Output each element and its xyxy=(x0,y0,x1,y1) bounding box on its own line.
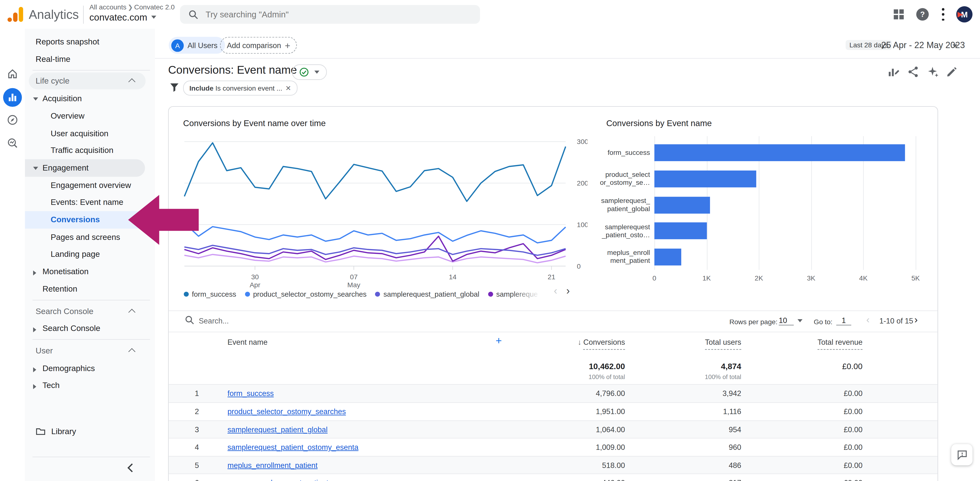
sidebar-item-real-time[interactable]: Real-time xyxy=(25,51,145,68)
sidebar-item-acquisition[interactable]: Acquisition xyxy=(25,90,145,108)
feedback-button[interactable] xyxy=(951,444,972,465)
totals-users: 4,874 xyxy=(654,362,741,371)
page-range-label: 1-10 of 15 xyxy=(880,317,913,325)
explore-icon[interactable] xyxy=(7,114,18,125)
caret-down-icon[interactable] xyxy=(33,98,38,101)
insights-icon[interactable] xyxy=(926,65,939,79)
legend-next-icon[interactable]: › xyxy=(566,285,570,297)
table-row[interactable]: 2product_selector_ostomy_searches1,951.0… xyxy=(169,402,937,420)
x-axis-label: Apr xyxy=(250,281,260,289)
column-header-total-users[interactable]: Total users xyxy=(654,338,741,347)
table-row[interactable]: 3samplerequest_patient_global1,064.00954… xyxy=(169,420,937,438)
help-icon[interactable]: ? xyxy=(916,8,929,21)
sidebar-item-engagement-overview[interactable]: Engagement overview xyxy=(25,176,145,194)
global-search-input[interactable] xyxy=(204,9,444,19)
caret-down-icon[interactable] xyxy=(797,319,803,322)
bar-form_success[interactable] xyxy=(654,144,905,161)
global-search[interactable] xyxy=(180,5,480,24)
bar-product_selector_ostomy_searches[interactable] xyxy=(654,171,756,187)
sidebar-item-overview[interactable]: Overview xyxy=(25,107,145,125)
breadcrumb[interactable]: All accounts❯Convatec 2.0 xyxy=(89,3,175,11)
legend-prev-icon[interactable]: ‹ xyxy=(554,285,557,297)
event-name-link[interactable]: samplerequest_patient_ostomy_esenta xyxy=(228,438,358,456)
report-status-badge[interactable] xyxy=(292,64,327,80)
caret-right-icon[interactable] xyxy=(33,367,36,372)
sidebar-item-demographics[interactable]: Demographics xyxy=(25,359,145,377)
legend-item-product_selector_ostomy_searches[interactable]: product_selector_ostomy_searches xyxy=(245,289,366,300)
home-icon[interactable] xyxy=(7,68,18,79)
column-header-event-name[interactable]: Event name xyxy=(228,338,267,347)
chevron-up-icon[interactable] xyxy=(128,78,135,86)
event-name-link[interactable]: form_success xyxy=(228,385,274,403)
chevron-up-icon[interactable] xyxy=(128,308,135,316)
column-header-conversions[interactable]: ↓Conversions xyxy=(538,338,625,347)
filter-chip[interactable]: Include Is conversion event ... ✕ xyxy=(183,81,298,96)
caret-right-icon[interactable] xyxy=(33,327,36,332)
share-icon[interactable] xyxy=(906,65,920,79)
bar-samplerequest_patient_ostomy_esenta[interactable] xyxy=(654,222,707,240)
reports-icon[interactable] xyxy=(3,88,22,107)
breadcrumb-all-accounts[interactable]: All accounts xyxy=(89,3,126,11)
sidebar-item-search-console[interactable]: Search Console xyxy=(25,320,145,337)
sidebar-item-traffic-acquisition[interactable]: Traffic acquisition xyxy=(25,142,145,159)
logo-bar-short xyxy=(13,13,18,22)
page-next-icon[interactable]: › xyxy=(915,314,918,325)
chevron-up-icon[interactable] xyxy=(128,348,135,355)
event-name-link[interactable]: samplerequest_patient_global xyxy=(228,421,328,439)
sidebar-section-life-cycle[interactable]: Life cycle xyxy=(29,73,146,90)
rows-per-page-select[interactable]: 10 xyxy=(779,316,794,325)
customize-report-icon[interactable] xyxy=(887,65,901,79)
column-header-total-revenue[interactable]: Total revenue xyxy=(775,338,862,347)
caret-down-icon[interactable] xyxy=(33,167,38,170)
logo-dot xyxy=(8,17,12,22)
sidebar-item-label: Landing page xyxy=(51,246,100,263)
line-series-meplus_enrollment_patient xyxy=(185,254,566,263)
sidebar-item-retention[interactable]: Retention xyxy=(25,280,145,298)
sidebar-item-label: Search Console xyxy=(43,320,100,337)
go-to-input[interactable]: 1 xyxy=(836,316,851,325)
sidebar-item-user-acquisition[interactable]: User acquisition xyxy=(25,125,145,142)
legend-item-form_success[interactable]: form_success xyxy=(184,289,236,300)
sidebar-item-pages-and-screens[interactable]: Pages and screens xyxy=(25,228,145,246)
event-name-link[interactable]: product_selector_ostomy_searches xyxy=(228,403,346,421)
add-comparison-chip[interactable]: Add comparison + xyxy=(220,37,297,54)
sidebar-item-monetisation[interactable]: Monetisation xyxy=(25,263,145,281)
sidebar-item-conversions[interactable]: Conversions xyxy=(25,211,145,229)
cell-total-users: 3,942 xyxy=(654,385,741,403)
property-selector[interactable]: convatec.com xyxy=(89,12,156,22)
sidebar-item-library[interactable]: Library xyxy=(25,423,145,440)
kebab-menu-icon[interactable] xyxy=(942,8,944,21)
sidebar-item-events-event-name[interactable]: Events: Event name xyxy=(25,194,145,211)
event-name-link[interactable]: meplus_enrollment_patient xyxy=(228,456,318,474)
table-row[interactable]: 4samplerequest_patient_ostomy_esenta1,00… xyxy=(169,438,937,456)
sidebar-item-engagement[interactable]: Engagement xyxy=(25,159,145,176)
table-row[interactable]: 5meplus_enrollment_patient518.00486£0.00 xyxy=(169,456,937,474)
sidebar-item-landing-page[interactable]: Landing page xyxy=(25,246,145,263)
sidebar-item-tech[interactable]: Tech xyxy=(25,377,145,394)
sidebar-item-reports-snapshot[interactable]: Reports snapshot xyxy=(25,33,145,51)
bar-meplus_enrollment_patient[interactable] xyxy=(654,248,681,265)
bar-x-axis-label: 0 xyxy=(642,274,667,282)
bar-samplerequest_patient_global[interactable] xyxy=(654,197,710,213)
collapse-sidebar-button[interactable] xyxy=(129,465,135,471)
sidebar-section-user[interactable]: User xyxy=(25,342,146,359)
edit-report-icon[interactable] xyxy=(945,65,959,79)
table-row[interactable]: 1form_success4,796.003,942£0.00 xyxy=(169,384,937,402)
cell-conversions: 1,951.00 xyxy=(538,403,625,421)
advertising-icon[interactable] xyxy=(7,138,18,149)
analytics-logo-icon[interactable] xyxy=(8,7,24,22)
apps-grid-icon[interactable] xyxy=(894,10,904,19)
event-name-link[interactable]: popup_samplerequest_patient xyxy=(228,474,328,481)
table-row[interactable]: 6popup_samplerequest_patient446.00217£0.… xyxy=(169,474,937,481)
add-column-button[interactable]: + xyxy=(496,335,502,348)
page-prev-icon[interactable]: ‹ xyxy=(866,314,870,325)
caret-right-icon[interactable] xyxy=(33,271,36,276)
table-search-input[interactable]: Search... xyxy=(199,317,229,325)
breadcrumb-account[interactable]: Convatec 2.0 xyxy=(134,3,175,11)
avatar[interactable]: M xyxy=(956,6,972,22)
sidebar-section-search-console[interactable]: Search Console xyxy=(25,303,146,320)
segment-chip-all-users[interactable]: A All Users xyxy=(169,37,225,54)
close-icon[interactable]: ✕ xyxy=(285,84,291,92)
legend-item-samplerequest_patient_global[interactable]: samplerequest_patient_global xyxy=(375,289,479,300)
caret-right-icon[interactable] xyxy=(33,384,36,389)
